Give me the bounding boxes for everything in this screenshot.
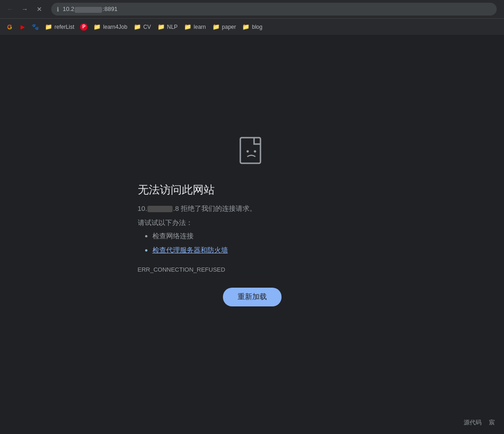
reload-button[interactable]: 重新加载	[223, 288, 282, 306]
bookmark-learn[interactable]: 📁 learn	[181, 21, 209, 33]
source-code-link[interactable]: 源代码	[464, 418, 482, 427]
back-button[interactable]: ←	[4, 3, 16, 16]
folder-icon: 📁	[93, 23, 101, 30]
error-title: 无法访问此网站	[138, 182, 367, 197]
bookmark-label: NLP	[167, 24, 178, 30]
ip-blur	[147, 206, 173, 212]
browser-chrome: ← → ✕ ℹ 10.2:8891 G ▶ 🐾 📁 r	[0, 0, 504, 35]
suggestion-intro: 请试试以下办法：	[138, 219, 367, 227]
bookmark-label: learn4Job	[103, 24, 127, 30]
bookmark-label: blog	[252, 24, 262, 30]
error-code: ERR_CONNECTION_REFUSED	[138, 266, 367, 273]
error-subtitle: 10..8 拒绝了我们的连接请求。	[138, 204, 367, 213]
bookmark-NLP[interactable]: 📁 NLP	[155, 21, 180, 33]
page-content: 无法访问此网站 10..8 拒绝了我们的连接请求。 请试试以下办法： 检查网络连…	[0, 35, 504, 434]
close-icon: ✕	[37, 5, 42, 13]
forward-icon: →	[22, 5, 28, 13]
bookmarks-bar: G ▶ 🐾 📁 referList P 📁 learn4Job 📁 CV	[0, 18, 504, 35]
folder-icon: 📁	[184, 23, 191, 30]
error-icon	[236, 135, 269, 168]
bookmark-youtube[interactable]: ▶	[16, 21, 28, 33]
suggestion-item-network: 检查网络连接	[152, 231, 367, 241]
title-bar: ← → ✕ ℹ 10.2:8891	[0, 0, 504, 18]
google-icon: G	[7, 23, 12, 31]
address-text: 10.2:8891	[63, 5, 118, 12]
bookmark-paper[interactable]: 📁 paper	[210, 21, 239, 33]
user-link[interactable]: 宸	[489, 418, 495, 427]
error-content: 无法访问此网站 10..8 拒绝了我们的连接请求。 请试试以下办法： 检查网络连…	[138, 182, 367, 288]
bookmark-learn4Job[interactable]: 📁 learn4Job	[91, 21, 130, 33]
address-bar[interactable]: ℹ 10.2:8891	[51, 3, 497, 16]
svg-rect-0	[240, 138, 260, 163]
forward-button[interactable]: →	[18, 3, 31, 16]
svg-point-2	[254, 150, 256, 153]
folder-icon: 📁	[242, 23, 249, 30]
bookmark-baidu[interactable]: 🐾	[29, 21, 41, 33]
bookmark-pinterest[interactable]: P	[78, 21, 90, 33]
baidu-icon: 🐾	[32, 23, 39, 30]
suggestion-item-proxy[interactable]: 检查代理服务器和防火墙	[152, 245, 367, 256]
bookmark-google[interactable]: G	[4, 21, 16, 33]
close-button[interactable]: ✕	[33, 3, 46, 16]
bookmark-label: paper	[222, 24, 236, 30]
bookmark-blog[interactable]: 📁 blog	[239, 21, 265, 33]
bookmark-label: CV	[143, 24, 151, 30]
bookmark-CV[interactable]: 📁 CV	[131, 21, 154, 33]
bookmark-referList[interactable]: 📁 referList	[42, 21, 77, 33]
folder-icon: 📁	[212, 23, 220, 30]
folder-icon: 📁	[45, 23, 52, 30]
youtube-icon: ▶	[21, 24, 25, 30]
folder-icon: 📁	[157, 23, 165, 30]
bookmark-label: learn	[194, 24, 206, 30]
folder-icon: 📁	[134, 23, 141, 30]
address-blur	[75, 7, 102, 13]
suggestion-list: 检查网络连接 检查代理服务器和防火墙	[138, 231, 367, 255]
bottom-links: 源代码 宸	[464, 418, 495, 427]
info-icon: ℹ	[57, 6, 59, 13]
svg-point-1	[246, 150, 249, 153]
bookmark-label: referList	[54, 24, 74, 30]
pinterest-icon: P	[80, 23, 87, 31]
back-icon: ←	[7, 5, 13, 13]
